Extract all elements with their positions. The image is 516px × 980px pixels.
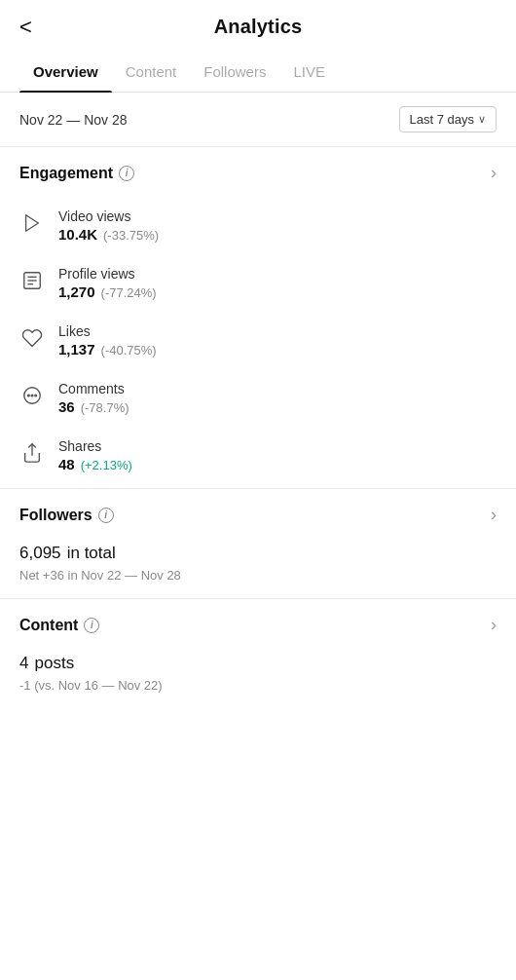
profile-views-value: 1,270 (-77.24%) [58,283,157,300]
comments-value: 36 (-78.7%) [58,398,129,415]
svg-point-8 [35,395,37,396]
likes-label: Likes [58,323,157,339]
content-compare: -1 (vs. Nov 16 — Nov 22) [19,678,497,693]
content-title: Content [19,617,78,634]
engagement-section: Engagement i › Video views 10.4K (-33.75… [0,147,516,489]
metric-likes: Likes 1,137 (-40.75%) [19,312,497,369]
back-button[interactable]: < [19,17,32,38]
followers-title-row: Followers i [19,507,114,524]
tab-content[interactable]: Content [112,54,191,92]
shares-value: 48 (+2.13%) [58,456,132,472]
metric-profile-views: Profile views 1,270 (-77.24%) [19,254,497,312]
comments-icon [19,383,45,408]
video-views-value: 10.4K (-33.75%) [58,226,159,243]
followers-header: Followers i › [19,505,497,525]
tabs-bar: Overview Content Followers LIVE [0,54,516,93]
tab-overview[interactable]: Overview [19,54,112,92]
svg-point-7 [31,395,33,396]
tab-followers[interactable]: Followers [190,54,279,92]
svg-point-6 [27,395,29,396]
profile-views-change: (-77.24%) [101,285,157,300]
followers-section: Followers i › 6,095 in total Net +36 in … [0,489,516,599]
followers-total: 6,095 in total [19,539,497,564]
content-info-icon[interactable]: i [84,618,99,633]
followers-chevron-icon[interactable]: › [491,505,497,525]
content-section: Content i › 4 posts -1 (vs. Nov 16 — Nov… [0,599,516,708]
date-row: Nov 22 — Nov 28 Last 7 days ∨ [0,93,516,147]
header: < Analytics [0,0,516,54]
chevron-down-icon: ∨ [478,113,486,126]
metric-comments: Comments 36 (-78.7%) [19,369,497,427]
tab-live[interactable]: LIVE [279,54,339,92]
followers-info-icon[interactable]: i [98,508,114,523]
engagement-header: Engagement i › [19,163,497,183]
page-title: Analytics [214,16,303,38]
engagement-chevron-icon[interactable]: › [491,163,497,183]
metric-video-views: Video views 10.4K (-33.75%) [19,197,497,254]
content-header: Content i › [19,615,497,635]
video-views-change: (-33.75%) [103,228,159,243]
date-dropdown[interactable]: Last 7 days ∨ [399,106,498,132]
engagement-title-row: Engagement i [19,165,134,182]
followers-title: Followers [19,507,92,524]
shares-change: (+2.13%) [81,458,132,472]
profile-views-label: Profile views [58,266,157,282]
engagement-info-icon[interactable]: i [119,166,134,181]
content-posts: 4 posts [19,649,497,674]
shares-label: Shares [58,438,132,454]
metric-shares: Shares 48 (+2.13%) [19,427,497,484]
engagement-title: Engagement [19,165,113,182]
content-title-row: Content i [19,617,99,634]
comments-label: Comments [58,381,129,396]
likes-change: (-40.75%) [101,343,157,358]
content-chevron-icon[interactable]: › [491,615,497,635]
followers-net: Net +36 in Nov 22 — Nov 28 [19,568,497,583]
profile-views-icon [19,268,45,293]
video-views-icon [19,210,45,236]
svg-marker-0 [26,215,39,232]
likes-icon [19,325,45,351]
likes-value: 1,137 (-40.75%) [58,341,157,358]
comments-change: (-78.7%) [81,400,129,415]
date-range: Nov 22 — Nov 28 [19,112,128,128]
video-views-label: Video views [58,208,159,224]
date-dropdown-label: Last 7 days [410,112,475,127]
shares-icon [19,440,45,466]
